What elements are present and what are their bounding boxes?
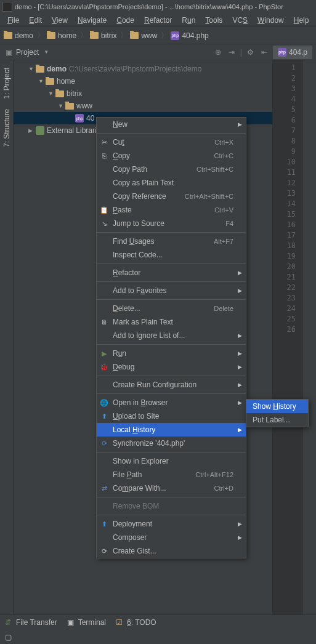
menu-view[interactable]: View [47, 15, 73, 26]
menu-separator [97, 232, 246, 233]
menu-file-path[interactable]: File PathCtrl+Alt+F12 [97, 468, 246, 481]
tree-root[interactable]: ▼demoC:\Users\zavvla\PhpstormProjects\de… [14, 63, 272, 75]
folder-icon [65, 103, 74, 110]
menu-delete[interactable]: Delete...Delete [97, 302, 246, 315]
menu-cut[interactable]: ✂CutCtrl+X [97, 135, 246, 149]
editor-tab[interactable]: php404.p [273, 46, 312, 59]
submenu-show-history[interactable]: Show History [246, 400, 308, 413]
menu-copy[interactable]: ⎘CopyCtrl+C [97, 149, 246, 163]
menu-run[interactable]: ▶Run▶ [97, 347, 246, 360]
menu-copy-path[interactable]: Copy PathCtrl+Shift+C [97, 163, 246, 176]
project-label[interactable]: Project [16, 48, 39, 57]
tool-file-transfer[interactable]: ⇵File Transfer [5, 618, 57, 627]
jump-icon: ↘ [99, 219, 109, 228]
target-icon[interactable]: ⊕ [213, 47, 223, 57]
breadcrumb-bitrix[interactable]: bitrix [90, 31, 116, 40]
tree-home[interactable]: ▼home [14, 75, 272, 87]
chevron-right-icon: ▶ [238, 121, 242, 127]
chevron-down-icon[interactable]: ▼ [44, 49, 49, 55]
menu-window[interactable]: Window [253, 15, 289, 26]
folder-icon [46, 78, 54, 85]
menu-file[interactable]: File [2, 15, 24, 26]
menu-paste[interactable]: 📋PasteCtrl+V [97, 203, 246, 217]
status-corner-icon[interactable]: ▢ [5, 633, 12, 642]
breadcrumb-demo[interactable]: demo [4, 31, 33, 40]
sidetab-project[interactable]: 1: Project [1, 63, 12, 104]
menu-mark-plain[interactable]: 🗎Mark as Plain Text [97, 315, 246, 329]
collapse-icon[interactable]: ⇥ [227, 47, 237, 57]
line-number: 5 [273, 105, 296, 115]
line-number: 3 [273, 84, 296, 94]
menu-vcs[interactable]: VCS [227, 15, 253, 26]
chevron-right-icon: ▶ [238, 427, 242, 433]
context-menu: New▶ ✂CutCtrl+X ⎘CopyCtrl+C Copy PathCtr… [96, 117, 246, 558]
submenu-put-label[interactable]: Put Label... [246, 413, 308, 427]
tool-todo[interactable]: ☑6: TODO [116, 618, 156, 627]
menu-tools[interactable]: Tools [200, 15, 227, 26]
menu-code[interactable]: Code [111, 15, 139, 26]
line-number: 1 [273, 63, 296, 73]
breadcrumb-file[interactable]: php404.php [171, 31, 208, 40]
project-toolbar: ▣ Project ▼ ⊕ ⇥ | ⚙ ⇤ php404.p [0, 44, 316, 60]
menu-show-explorer[interactable]: Show in Explorer [97, 454, 246, 468]
menu-help[interactable]: Help [289, 15, 314, 26]
menu-run[interactable]: Run [177, 15, 200, 26]
menu-synchronize[interactable]: ⟳Synchronize '404.php' [97, 437, 246, 450]
deployment-icon: ⬆ [99, 519, 109, 529]
gear-icon[interactable]: ⚙ [246, 47, 256, 57]
menu-upload[interactable]: ⬆Upload to Site [97, 409, 246, 423]
line-number: 12 [273, 178, 296, 188]
breadcrumb-home[interactable]: home [47, 31, 76, 40]
line-number: 6 [273, 115, 296, 126]
menu-compare[interactable]: ⇄Compare With...Ctrl+D [97, 481, 246, 495]
menu-separator [97, 515, 246, 515]
menu-jump-source[interactable]: ↘Jump to SourceF4 [97, 217, 246, 230]
titlebar: demo - [C:\Users\zavvla\PhpstormProjects… [0, 0, 316, 14]
menu-new[interactable]: New▶ [97, 118, 246, 131]
chevron-right-icon: 〉 [80, 30, 87, 41]
menu-composer[interactable]: Composer▶ [97, 531, 246, 544]
line-number: 8 [273, 136, 296, 147]
chevron-right-icon: ▶ [28, 127, 36, 134]
chevron-right-icon: 〉 [161, 30, 168, 41]
upload-icon: ⬆ [99, 411, 109, 421]
menu-open-browser[interactable]: 🌐Open in Browser▶ [97, 396, 246, 409]
menu-create-gist[interactable]: ⟳Create Gist... [97, 544, 246, 558]
menu-create-run[interactable]: Create Run Configuration▶ [97, 378, 246, 392]
tree-bitrix[interactable]: ▼bitrix [14, 87, 272, 100]
copy-icon: ⎘ [99, 151, 109, 161]
tool-terminal[interactable]: ▣Terminal [67, 618, 106, 627]
breadcrumb-www[interactable]: www [130, 31, 157, 40]
menu-favorites[interactable]: Add to Favorites▶ [97, 284, 246, 297]
menu-deployment[interactable]: ⬆Deployment▶ [97, 517, 246, 531]
terminal-icon: ▣ [67, 618, 76, 627]
folder-icon [47, 32, 55, 39]
gist-icon: ⟳ [99, 546, 109, 556]
menu-copy-ref[interactable]: Copy ReferenceCtrl+Alt+Shift+C [97, 190, 246, 203]
menubar: File Edit View Navigate Code Refactor Ru… [0, 14, 316, 27]
line-number: 18 [273, 241, 296, 251]
menu-debug[interactable]: 🐞Debug▶ [97, 360, 246, 374]
line-number: 7 [273, 126, 296, 136]
hide-icon[interactable]: ⇤ [259, 47, 269, 57]
menu-copy-plain[interactable]: Copy as Plain Text [97, 176, 246, 190]
menu-refactor[interactable]: Refactor [139, 15, 177, 26]
menu-separator [97, 497, 246, 497]
php-icon: php [75, 114, 84, 123]
menu-refactor[interactable]: Refactor▶ [97, 266, 246, 280]
menu-inspect[interactable]: Inspect Code... [97, 248, 246, 262]
menu-find-usages[interactable]: Find UsagesAlt+F7 [97, 235, 246, 248]
menu-ignore[interactable]: Add to Ignore List of...▶ [97, 329, 246, 342]
compare-icon: ⇄ [99, 483, 109, 493]
sidetab-structure[interactable]: 7: Structure [1, 104, 12, 152]
folder-icon [4, 32, 12, 39]
editor-gutter: 1234567891011121314151617181920212223242… [272, 60, 303, 627]
tree-www[interactable]: ▼www [14, 100, 272, 112]
menu-navigate[interactable]: Navigate [73, 15, 111, 26]
menu-local-history[interactable]: Local History▶ [97, 423, 246, 437]
line-number: 9 [273, 147, 296, 157]
chevron-right-icon: ▶ [238, 350, 242, 356]
menu-edit[interactable]: Edit [24, 15, 47, 26]
line-number: 22 [273, 283, 296, 293]
debug-icon: 🐞 [99, 362, 109, 372]
